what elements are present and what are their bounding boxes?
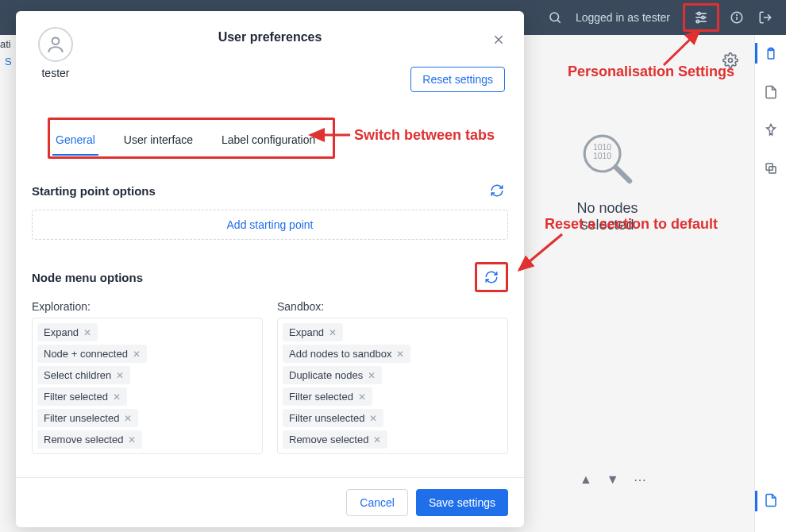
add-starting-point-button[interactable]: Add starting point [32,210,508,240]
copy-icon[interactable] [761,159,780,178]
chip-exploration[interactable]: Expand✕ [37,323,98,341]
chip-remove-icon[interactable]: ✕ [113,391,121,403]
section-node-menu-title: Node menu options [32,271,143,284]
clipboard-icon[interactable] [761,44,780,64]
gear-icon[interactable] [719,49,742,71]
modal-header: tester User preferences Reset settings G… [16,11,524,164]
chip-remove-icon[interactable]: ✕ [369,413,377,424]
cancel-button[interactable]: Cancel [346,489,408,516]
svg-point-7 [696,20,699,22]
exploration-label: Exploration: [32,300,263,313]
document-icon[interactable] [761,83,780,102]
chevron-up-icon[interactable]: ▲ [580,472,592,488]
right-rail [754,35,786,532]
svg-point-12 [729,59,733,63]
chevron-down-icon[interactable]: ▼ [607,472,619,488]
login-status: Logged in as tester [576,11,670,24]
sandbox-chipbox: Expand✕ Add nodes to sandbox✕ Duplicate … [277,318,508,454]
svg-text:1010: 1010 [593,143,611,152]
chip-exploration[interactable]: Node + connected✕ [37,345,147,363]
edge-text-ati: ati [0,38,11,50]
chip-remove-icon[interactable]: ✕ [128,434,136,445]
chip-sandbox[interactable]: Duplicate nodes✕ [283,366,382,384]
no-nodes-text: No nodes selected [556,200,659,233]
svg-point-10 [737,15,738,16]
annotation-personalisation: Personalisation Settings [568,64,734,80]
preferences-modal: tester User preferences Reset settings G… [16,11,524,527]
chip-exploration[interactable]: Remove selected✕ [37,430,142,449]
chip-sandbox[interactable]: Add nodes to sandbox✕ [283,345,410,363]
save-button[interactable]: Save settings [416,489,508,516]
document-bottom-icon[interactable] [761,491,780,510]
chip-remove-icon[interactable]: ✕ [83,327,91,338]
sliders-icon[interactable] [683,3,719,32]
logout-icon[interactable] [754,6,776,29]
sandbox-label: Sandbox: [277,300,508,313]
dots-icon[interactable]: ⋯ [634,472,648,488]
chip-remove-icon[interactable]: ✕ [368,370,376,381]
pin-icon[interactable] [761,121,780,140]
panel-resize-controls: ▲ ▼ ⋯ [580,472,648,488]
reset-section-starting-icon[interactable] [486,179,508,202]
tabs: General User interface Label configurati… [38,125,502,154]
chip-remove-icon[interactable]: ✕ [329,327,337,338]
modal-body: Starting point options Add starting poin… [16,164,524,477]
avatar [38,27,73,62]
chip-remove-icon[interactable]: ✕ [124,413,132,424]
chip-sandbox[interactable]: Expand✕ [283,323,343,341]
chip-sandbox[interactable]: Remove selected✕ [283,430,387,449]
svg-point-0 [550,13,559,21]
exploration-chipbox: Expand✕ Node + connected✕ Select childre… [32,318,263,454]
close-icon[interactable] [489,30,508,49]
search-icon[interactable] [544,6,566,29]
svg-line-18 [615,167,630,181]
svg-point-5 [702,16,704,18]
modal-footer: Cancel Save settings [16,477,524,527]
username: tester [41,67,69,79]
no-nodes-placeholder: 1010 1010 No nodes selected [556,127,659,233]
chip-sandbox[interactable]: Filter selected✕ [283,387,372,406]
svg-text:1010: 1010 [593,152,611,160]
chip-exploration[interactable]: Filter selected✕ [37,387,127,406]
chip-exploration[interactable]: Select children✕ [37,366,130,384]
chip-remove-icon[interactable]: ✕ [116,370,124,381]
reset-section-node-menu-icon[interactable] [475,262,508,292]
section-starting-title: Starting point options [32,184,156,198]
modal-title: User preferences [38,30,502,44]
chip-remove-icon[interactable]: ✕ [396,349,404,360]
chip-sandbox[interactable]: Filter unselected✕ [283,409,383,427]
svg-line-26 [519,234,562,270]
tab-label-configuration[interactable]: Label configuration [218,125,318,154]
reset-settings-button[interactable]: Reset settings [410,67,505,92]
svg-point-21 [52,37,60,44]
tab-user-interface[interactable]: User interface [121,125,196,154]
chip-remove-icon[interactable]: ✕ [133,349,141,360]
tab-general[interactable]: General [52,125,98,154]
chip-remove-icon[interactable]: ✕ [373,434,381,445]
svg-line-1 [557,20,560,22]
svg-point-3 [698,12,700,14]
chip-remove-icon[interactable]: ✕ [358,391,366,403]
svg-line-24 [664,30,699,65]
chip-exploration[interactable]: Filter unselected✕ [37,409,138,427]
edge-text-s: S [5,56,12,67]
info-icon[interactable] [726,6,748,29]
